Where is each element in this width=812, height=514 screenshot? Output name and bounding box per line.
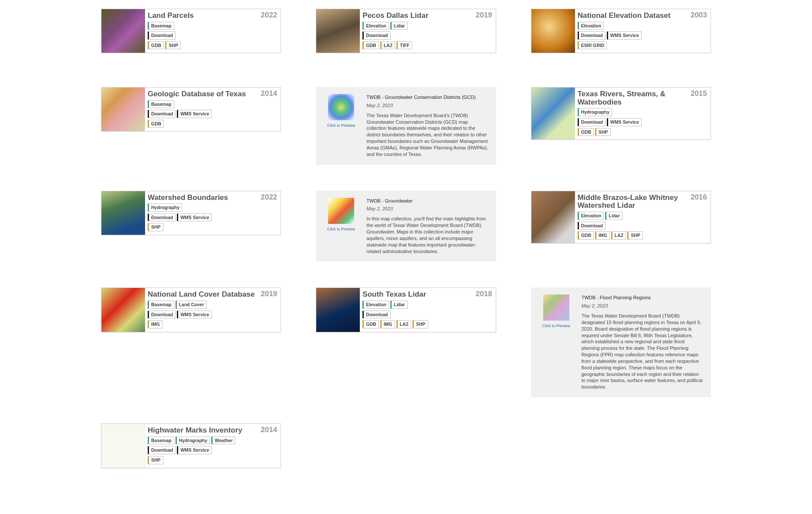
- card-highwater-marks[interactable]: 2014 Highwater Marks Inventory Basemap H…: [101, 423, 281, 468]
- title: Middle Brazos-Lake Whitney Watershed Lid…: [578, 194, 686, 210]
- article-body: In this map collection, you'll find the …: [366, 216, 488, 254]
- tag-format[interactable]: IMG: [148, 320, 162, 328]
- year: 2015: [690, 89, 707, 98]
- tag-availability[interactable]: Download: [148, 110, 176, 118]
- tag-availability[interactable]: Download: [148, 213, 176, 222]
- tag-availability[interactable]: Download: [148, 31, 176, 40]
- year: 2019: [261, 290, 277, 298]
- title: National Elevation Dataset: [578, 12, 686, 20]
- preview-image: [328, 198, 354, 224]
- tag-category[interactable]: Hydrography: [176, 436, 210, 445]
- article-body: The Texas Water Development Board's (TWD…: [366, 112, 488, 158]
- tag-category[interactable]: Lidar: [390, 22, 408, 30]
- card-rivers[interactable]: 2015 Texas Rivers, Streams, & Waterbodie…: [531, 87, 711, 140]
- title: Pecos Dallas Lidar: [362, 12, 471, 20]
- tag-availability[interactable]: WMS Service: [177, 311, 212, 319]
- tag-format[interactable]: GDB: [362, 41, 379, 50]
- tag-availability[interactable]: WMS Service: [177, 110, 212, 118]
- thumbnail: [316, 288, 360, 331]
- tag-category[interactable]: Hydrography: [578, 108, 612, 116]
- tag-availability[interactable]: Download: [578, 118, 606, 126]
- tag-category[interactable]: Lidar: [390, 301, 408, 309]
- thumbnail: [531, 88, 575, 139]
- tag-category[interactable]: Basemap: [148, 22, 174, 30]
- tag-category[interactable]: Hydrography: [148, 203, 182, 212]
- tag-availability[interactable]: WMS Service: [177, 213, 212, 222]
- preview-image: [543, 294, 569, 321]
- year: 2018: [476, 290, 492, 298]
- card-brazos[interactable]: 2016 Middle Brazos-Lake Whitney Watershe…: [531, 191, 711, 243]
- preview-link[interactable]: Click to Preview: [539, 323, 574, 328]
- article-groundwater[interactable]: Click to Preview TWDB - Groundwater May …: [316, 191, 496, 262]
- tag-format[interactable]: IMG: [595, 231, 610, 240]
- year: 2016: [690, 193, 707, 202]
- card-ned[interactable]: 2003 National Elevation Dataset Elevatio…: [531, 9, 711, 53]
- article-date: May 2, 2023: [582, 303, 703, 309]
- tag-availability[interactable]: Download: [578, 222, 606, 230]
- tag-format[interactable]: GDB: [578, 128, 594, 136]
- article-body: The Texas Water Development Board (TWDB)…: [582, 313, 703, 390]
- tag-category[interactable]: Weather: [211, 436, 235, 445]
- tag-format[interactable]: GDB: [362, 320, 379, 328]
- tag-format[interactable]: GDB: [148, 41, 164, 50]
- year: 2003: [690, 11, 707, 20]
- preview-link[interactable]: Click to Preview: [324, 123, 359, 128]
- tag-category[interactable]: Basemap: [148, 301, 174, 309]
- article-date: May 2, 2023: [366, 206, 488, 212]
- tag-availability[interactable]: Download: [362, 31, 390, 40]
- tag-category[interactable]: Basemap: [148, 436, 174, 445]
- thumbnail: [102, 9, 145, 53]
- card-nlcd[interactable]: 2019 National Land Cover Database Basema…: [101, 287, 281, 332]
- year: 2022: [261, 11, 277, 20]
- tag-format[interactable]: GDB: [578, 231, 594, 240]
- tag-format[interactable]: SHP: [148, 456, 163, 464]
- tag-availability[interactable]: Download: [362, 311, 390, 319]
- tag-availability[interactable]: Download: [578, 31, 606, 40]
- tag-availability[interactable]: WMS Service: [177, 446, 212, 454]
- tag-format[interactable]: LAZ: [611, 231, 626, 240]
- card-south-texas[interactable]: 2018 South Texas Lidar Elevation Lidar D…: [316, 287, 496, 332]
- tag-format[interactable]: SHP: [165, 41, 181, 50]
- tag-format[interactable]: SHP: [595, 128, 611, 136]
- tag-category[interactable]: Elevation: [578, 22, 604, 30]
- tag-availability[interactable]: WMS Service: [607, 31, 642, 40]
- title: Texas Rivers, Streams, & Waterbodies: [578, 90, 686, 106]
- card-geologic[interactable]: 2014 Geologic Database of Texas Basemap …: [101, 87, 281, 132]
- tag-category[interactable]: Elevation: [362, 22, 389, 30]
- tag-category[interactable]: Basemap: [148, 100, 174, 108]
- title: Highwater Marks Inventory: [148, 426, 256, 435]
- preview-link[interactable]: Click to Preview: [324, 227, 359, 232]
- tag-format[interactable]: GDB: [148, 120, 164, 128]
- thumbnail: [102, 88, 145, 131]
- tag-availability[interactable]: Download: [148, 446, 176, 454]
- thumbnail: [102, 191, 145, 235]
- tag-format[interactable]: SHP: [413, 320, 428, 328]
- article-flood-planning[interactable]: Click to Preview TWDB - Flood Planning R…: [531, 287, 711, 397]
- tag-category[interactable]: Elevation: [362, 301, 389, 309]
- tag-format[interactable]: LAZ: [380, 41, 395, 50]
- card-pecos-dallas[interactable]: 2019 Pecos Dallas Lidar Elevation Lidar …: [316, 9, 496, 53]
- tag-category[interactable]: Land Cover: [176, 301, 207, 309]
- tag-category[interactable]: Elevation: [578, 212, 604, 220]
- tag-availability[interactable]: Download: [148, 311, 176, 319]
- title: South Texas Lidar: [362, 291, 471, 299]
- tag-format[interactable]: IMG: [380, 320, 395, 328]
- tag-format[interactable]: ESRI GRID: [578, 41, 607, 50]
- tag-format[interactable]: LAZ: [396, 320, 411, 328]
- thumbnail: [102, 288, 145, 331]
- thumbnail: [102, 424, 145, 467]
- title: Geologic Database of Texas: [148, 90, 256, 98]
- tag-category[interactable]: Lidar: [605, 212, 623, 220]
- article-gcd[interactable]: Click to Preview TWDB - Groundwater Cons…: [316, 87, 496, 165]
- results-grid: 2022 Land Parcels Basemap Download GDB S…: [101, 9, 711, 476]
- tag-availability[interactable]: WMS Service: [607, 118, 642, 126]
- tag-format[interactable]: SHP: [148, 223, 163, 231]
- card-watershed[interactable]: 2022 Watershed Boundaries Hydrography Do…: [101, 191, 281, 235]
- year: 2019: [476, 11, 492, 20]
- tag-format[interactable]: TIFF: [396, 41, 412, 50]
- card-land-parcels[interactable]: 2022 Land Parcels Basemap Download GDB S…: [101, 9, 281, 53]
- year: 2014: [261, 426, 277, 434]
- tag-format[interactable]: SHP: [627, 231, 643, 240]
- title: National Land Cover Database: [148, 291, 256, 299]
- title: Land Parcels: [148, 12, 256, 20]
